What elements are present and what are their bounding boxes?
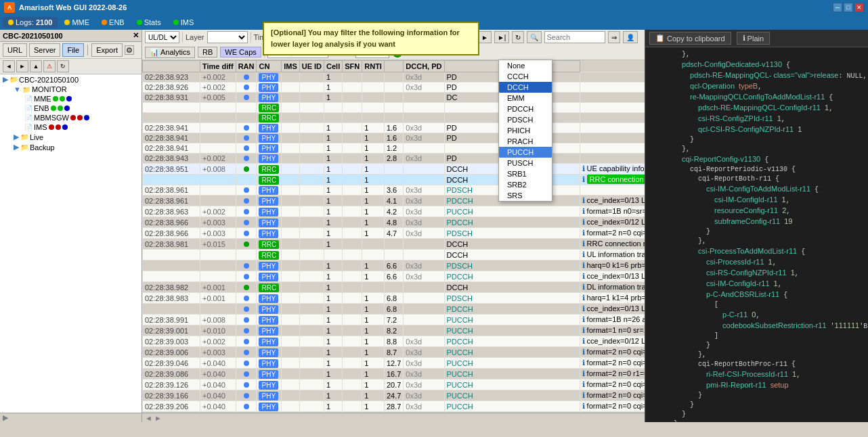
- tree-monitor[interactable]: ▼ 📁 MONITOR: [11, 85, 142, 94]
- alert-btn[interactable]: ⚠: [43, 60, 56, 72]
- cell-ran: PHY: [257, 196, 282, 206]
- table-row[interactable]: 02:28:39.206 +0.040 PHY 1 1 28.7 0x3d PU…: [143, 401, 645, 412]
- nav-up-btn[interactable]: ▲: [30, 60, 42, 72]
- plain-btn[interactable]: ℹ Plain: [737, 32, 770, 45]
- tree-ims[interactable]: 📄 IMS: [22, 122, 142, 132]
- menu-mme[interactable]: MME: [59, 17, 95, 28]
- tree-enb[interactable]: 📄 ENB: [22, 104, 142, 113]
- cell-sfn: 1: [362, 358, 385, 369]
- cell-ran: PHY: [257, 358, 282, 369]
- cell-ueid: [324, 250, 343, 260]
- table-row[interactable]: PHY 1 1 6.6 0x3d PDSCH ℹ harq=0 k1=6 prb…: [143, 260, 645, 271]
- url-button[interactable]: URL: [3, 43, 27, 57]
- table-row[interactable]: RRC DCCH ℹ UL information transfer: [143, 250, 645, 260]
- maximize-btn[interactable]: □: [844, 3, 853, 12]
- tree-backup[interactable]: ▶ 📁 Backup: [11, 142, 142, 152]
- cell-time: [143, 175, 200, 185]
- last-btn[interactable]: ►|: [494, 31, 510, 43]
- rb-btn[interactable]: RB: [198, 47, 217, 58]
- mode-select[interactable]: UL/DL: [145, 31, 179, 43]
- table-row[interactable]: 02:28:39.126 +0.040 PHY 1 1 20.7 0x3d PU…: [143, 380, 645, 390]
- cell-rnti: [384, 250, 403, 260]
- reload-btn[interactable]: ↻: [512, 31, 524, 43]
- dropdown-item[interactable]: PUCCH: [499, 147, 552, 158]
- table-row[interactable]: 02:28:38.982 +0.001 RRC 1 DCCH ℹ DL info…: [143, 282, 645, 293]
- cell-sfn: 1: [362, 175, 385, 185]
- dropdown-item[interactable]: PHICH: [499, 125, 552, 136]
- dropdown-item[interactable]: PUSCH: [499, 158, 552, 168]
- table-row[interactable]: PHY 1 1 6.6 0x3d PDCCH ℹ cce_index=0/13 …: [143, 271, 645, 282]
- table-row[interactable]: 02:28:39.006 +0.003 PHY 1 1 8.7 0x3d PUC…: [143, 347, 645, 358]
- cell-sfn: 1: [362, 164, 385, 175]
- analytics-btn[interactable]: 📊 Analytics: [145, 47, 195, 58]
- settings-icon[interactable]: ⚙: [125, 45, 134, 55]
- table-row[interactable]: 02:28:38.941 PHY 1 1 1.2: [143, 143, 645, 154]
- tree-mme[interactable]: 📄 MME: [22, 94, 142, 104]
- ue-icon-btn[interactable]: 👤: [623, 31, 638, 43]
- table-row[interactable]: RRC: [143, 103, 645, 113]
- menu-stats[interactable]: Stats: [131, 17, 167, 28]
- close-btn[interactable]: ✕: [854, 3, 864, 12]
- table-row[interactable]: 02:28:38.926 +0.002 PHY 1 0x3d PD: [143, 83, 645, 93]
- table-row[interactable]: RRC 1 1 DCCH ℹ RRC connection reconfigur…: [143, 175, 645, 185]
- menu-ims[interactable]: IMS: [168, 17, 200, 28]
- copy-clipboard-btn[interactable]: 📋 Copy to clipboard: [649, 32, 731, 45]
- cell-rnti: 12.7: [384, 358, 403, 369]
- dropdown-item[interactable]: DCCH: [499, 82, 552, 93]
- table-row[interactable]: 02:28:38.943 +0.002 PHY 1 1 2.8 0x3d PD: [143, 154, 645, 164]
- tree-root[interactable]: ▶ 📁 CBC-2021050100: [0, 74, 142, 85]
- table-row[interactable]: 02:28:38.951 +0.008 RRC 1 1 DCCH ℹ UE ca…: [143, 164, 645, 175]
- table-row[interactable]: 02:28:38.981 +0.015 RRC 1 DCCH ℹ RRC con…: [143, 239, 645, 250]
- search-icon-btn[interactable]: 🔍: [527, 31, 542, 43]
- table-row[interactable]: PHY 1 1 6.8 PDCCH ℹ cce_index=0/13 L=4 d…: [143, 304, 645, 315]
- table-row[interactable]: 02:28:38.966 +0.003 PHY 1 1 4.8 0x3d PDC…: [143, 217, 645, 228]
- table-row[interactable]: 02:28:39.166 +0.040 PHY 1 1 24.7 0x3d PU…: [143, 390, 645, 401]
- table-row[interactable]: 02:28:38.961 PHY 1 1 4.1 0x3d PDCCH ℹ cc…: [143, 196, 645, 206]
- cell-cell: [343, 260, 362, 271]
- table-row[interactable]: 02:28:39.001 +0.010 PHY 1 1 8.2 PUCCH ℹ …: [143, 325, 645, 336]
- table-row[interactable]: 02:28:39.003 +0.002 PHY 1 1 8.8 0x3d PDC…: [143, 336, 645, 347]
- filter-dropdown[interactable]: NoneCCCHDCCHEMMPDCCHPDSCHPHICHPRACHPUCCH…: [498, 60, 552, 202]
- file-button[interactable]: File: [62, 43, 84, 57]
- next-btn[interactable]: ►: [478, 31, 492, 43]
- table-row[interactable]: 02:28:38.966 +0.003 PHY 1 1 4.7 0x3d PDS…: [143, 228, 645, 239]
- cell-info: [580, 185, 645, 196]
- search-input[interactable]: [544, 31, 605, 43]
- server-button[interactable]: Server: [29, 43, 60, 57]
- dropdown-item[interactable]: PRACH: [499, 136, 552, 147]
- table-row[interactable]: 02:28:39.046 +0.040 PHY 1 1 12.7 0x3d PU…: [143, 358, 645, 369]
- ue-caps-btn[interactable]: WE Caps: [220, 47, 261, 58]
- table-scroll[interactable]: Time diff RAN CN IMS UE ID Cell SFN RNTI…: [142, 60, 645, 413]
- nav-back-btn[interactable]: ◄: [3, 60, 15, 72]
- table-row[interactable]: 02:28:38.923 +0.002 PHY 1 0x3d PD: [143, 72, 645, 83]
- close-icon[interactable]: ✕: [133, 31, 139, 40]
- table-row[interactable]: RRC: [143, 113, 645, 123]
- layer-select[interactable]: [207, 31, 248, 43]
- tree-mbmsgw[interactable]: 📄 MBMSGW: [22, 113, 142, 122]
- dropdown-item[interactable]: PDCCH: [499, 104, 552, 114]
- dropdown-item[interactable]: CCCH: [499, 71, 552, 82]
- table-row[interactable]: 02:28:38.941 PHY 1 1 1.6 0x3d PD: [143, 123, 645, 133]
- refresh-btn[interactable]: ↻: [57, 60, 69, 72]
- table-row[interactable]: 02:28:38.963 +0.002 PHY 1 1 4.2 0x3d PUC…: [143, 206, 645, 217]
- table-row[interactable]: 02:28:38.983 +0.001 PHY 1 1 6.8 PDSCH ℹ …: [143, 293, 645, 304]
- dropdown-item[interactable]: SRS: [499, 190, 552, 201]
- dropdown-item[interactable]: None: [499, 60, 552, 71]
- menu-enb[interactable]: ENB: [96, 17, 130, 28]
- dropdown-item[interactable]: SRB1: [499, 168, 552, 179]
- menu-logs[interactable]: Logs: 2100: [3, 17, 58, 28]
- export-button[interactable]: Export: [91, 43, 123, 57]
- cell-info: [580, 133, 645, 143]
- table-row[interactable]: 02:28:38.931 +0.005 PHY 1 DC: [143, 93, 645, 103]
- search-submit-btn[interactable]: ⇒: [608, 31, 620, 43]
- table-row[interactable]: 02:28:38.991 +0.008 PHY 1 1 7.2 PUCCH ℹ …: [143, 315, 645, 325]
- dropdown-item[interactable]: EMM: [499, 93, 552, 104]
- nav-fwd-btn[interactable]: ►: [16, 60, 28, 72]
- table-row[interactable]: 02:28:38.941 PHY 1 1 1.6 0x3d PD: [143, 133, 645, 143]
- table-row[interactable]: 02:28:38.961 PHY 1 1 3.6 0x3d PDSCH: [143, 185, 645, 196]
- dropdown-item[interactable]: SRB2: [499, 179, 552, 190]
- tree-live[interactable]: ▶ 📁 Live: [11, 132, 142, 142]
- dropdown-item[interactable]: PDSCH: [499, 114, 552, 125]
- table-row[interactable]: 02:28:39.086 +0.040 PHY 1 1 16.7 0x3d PU…: [143, 369, 645, 380]
- minimize-btn[interactable]: ─: [833, 3, 842, 12]
